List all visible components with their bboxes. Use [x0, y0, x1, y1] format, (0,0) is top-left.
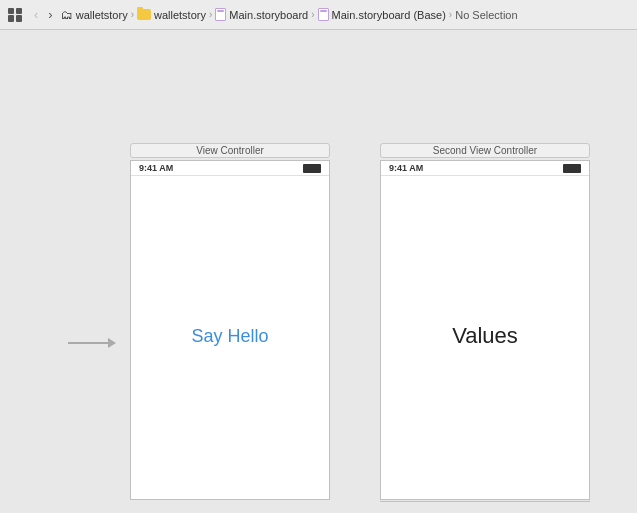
vc2-bottom-sep	[380, 501, 590, 502]
breadcrumb-label-no-selection: No Selection	[455, 9, 517, 21]
breadcrumb: 🗂 walletstory › walletstory › Main.story…	[61, 8, 518, 22]
vc1-status-bar: 9:41 AM	[131, 161, 329, 176]
grid-icon[interactable]	[8, 8, 22, 22]
breadcrumb-label-project: walletstory	[76, 9, 128, 21]
storyboard-base-icon	[318, 8, 329, 21]
toolbar: ‹ › 🗂 walletstory › walletstory › Main.s…	[0, 0, 637, 30]
storyboard-icon	[215, 8, 226, 21]
vc2-label: Second View Controller	[380, 143, 590, 158]
vc1-battery-icon	[303, 164, 321, 173]
vc2-status-bar: 9:41 AM	[381, 161, 589, 176]
breadcrumb-sep-2: ›	[209, 9, 212, 20]
forward-button[interactable]: ›	[46, 8, 54, 21]
back-button[interactable]: ‹	[32, 8, 40, 21]
vc1-say-hello-button[interactable]: Say Hello	[191, 326, 268, 347]
breadcrumb-item-project[interactable]: 🗂 walletstory	[61, 8, 128, 22]
vc2-phone[interactable]: 9:41 AM Values	[380, 160, 590, 500]
vc1-time: 9:41 AM	[139, 163, 173, 173]
breadcrumb-sep-4: ›	[449, 9, 452, 20]
breadcrumb-item-storyboard[interactable]: Main.storyboard	[215, 8, 308, 21]
vc2-time: 9:41 AM	[389, 163, 423, 173]
vc1-label: View Controller	[130, 143, 330, 158]
entry-arrow	[68, 338, 116, 348]
project-icon: 🗂	[61, 8, 73, 22]
breadcrumb-sep-1: ›	[131, 9, 134, 20]
arrow-line	[68, 342, 108, 344]
vc1-phone[interactable]: 9:41 AM Say Hello	[130, 160, 330, 500]
breadcrumb-item-storyboard-base[interactable]: Main.storyboard (Base)	[318, 8, 446, 21]
breadcrumb-item-folder[interactable]: walletstory	[137, 9, 206, 21]
breadcrumb-label-storyboard: Main.storyboard	[229, 9, 308, 21]
vc2-values-text: Values	[452, 323, 518, 349]
arrow-head	[108, 338, 116, 348]
breadcrumb-item-no-selection: No Selection	[455, 9, 517, 21]
breadcrumb-label-storyboard-base: Main.storyboard (Base)	[332, 9, 446, 21]
folder-icon	[137, 9, 151, 20]
breadcrumb-sep-3: ›	[311, 9, 314, 20]
storyboard-canvas: View Controller 9:41 AM Say Hello Second…	[0, 30, 637, 513]
vc2-battery-icon	[563, 164, 581, 173]
breadcrumb-label-folder: walletstory	[154, 9, 206, 21]
